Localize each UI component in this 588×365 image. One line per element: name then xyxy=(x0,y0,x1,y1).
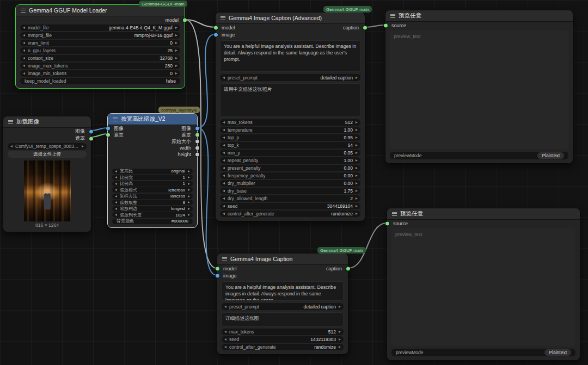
decrement-arrow-icon[interactable] xyxy=(223,159,225,162)
increment-arrow-icon[interactable] xyxy=(188,170,190,172)
io-row-height[interactable]: height xyxy=(108,151,197,158)
decrement-arrow-icon[interactable] xyxy=(23,57,25,59)
widget-present-penalty[interactable]: present_penalty 0.00 xyxy=(220,165,360,171)
io-row-image[interactable]: image xyxy=(216,31,365,38)
widget-vram-limit[interactable]: vram_limit 0 xyxy=(20,40,180,46)
output-socket-image[interactable] xyxy=(195,127,199,131)
increment-arrow-icon[interactable] xyxy=(356,182,358,184)
widget-scale-mode[interactable]: 缩放模式 letterbox xyxy=(112,187,193,193)
widget-seed[interactable]: seed 1432119303 xyxy=(222,336,344,343)
decrement-arrow-icon[interactable] xyxy=(115,214,117,216)
node-gemma4-image-caption-advanced[interactable]: Gemma4 Image Caption (Advanced) model ca… xyxy=(215,12,365,221)
widget-value[interactable]: Plaintext xyxy=(544,349,571,356)
decrement-arrow-icon[interactable] xyxy=(115,176,117,178)
output-model[interactable]: model xyxy=(16,16,185,23)
widget-image-min-tokens[interactable]: image_min_tokens 0 xyxy=(20,70,180,77)
increment-arrow-icon[interactable] xyxy=(188,208,190,210)
increment-arrow-icon[interactable] xyxy=(356,129,358,131)
output-mask[interactable]: 遮罩 xyxy=(3,135,91,142)
decrement-arrow-icon[interactable] xyxy=(223,137,225,139)
decrement-arrow-icon[interactable] xyxy=(23,42,25,44)
increment-arrow-icon[interactable] xyxy=(339,331,341,333)
output-image[interactable]: 图像 xyxy=(3,128,91,135)
increment-arrow-icon[interactable] xyxy=(175,57,177,59)
node-scale-by-aspect-ratio-v2[interactable]: 按宽高比缩放_V2 图像 图像 遮罩 遮罩 原始大小 width height xyxy=(107,113,198,228)
node-titlebar[interactable]: Gemma4 Image Caption xyxy=(217,253,348,265)
increment-arrow-icon[interactable] xyxy=(188,214,190,216)
input-source[interactable]: source xyxy=(387,220,580,227)
input-socket-model[interactable] xyxy=(214,26,218,29)
upload-file-button[interactable]: 选择文件上传 xyxy=(8,151,87,158)
decrement-arrow-icon[interactable] xyxy=(10,145,13,147)
widget-top-k[interactable]: top_k 64 xyxy=(220,142,360,149)
increment-arrow-icon[interactable] xyxy=(188,201,190,203)
decrement-arrow-icon[interactable] xyxy=(223,175,225,177)
decrement-arrow-icon[interactable] xyxy=(115,189,117,191)
decrement-arrow-icon[interactable] xyxy=(223,129,225,131)
output-socket-image[interactable] xyxy=(89,129,93,133)
widget-scale-to-length[interactable]: 缩放到长度 1024 xyxy=(112,212,193,218)
node-titlebar[interactable]: 预览任意 xyxy=(385,10,573,22)
preview-text-area[interactable]: preview_text xyxy=(391,228,575,346)
increment-arrow-icon[interactable] xyxy=(356,175,358,177)
node-menu-icon[interactable] xyxy=(222,257,227,261)
widget-min-p[interactable]: min_p 0.05 xyxy=(220,150,360,156)
widget-preset-prompt[interactable]: preset_prompt detailed caption xyxy=(220,74,360,81)
decrement-arrow-icon[interactable] xyxy=(223,213,225,215)
output-socket-height[interactable] xyxy=(195,153,199,157)
node-menu-icon[interactable] xyxy=(8,120,13,124)
decrement-arrow-icon[interactable] xyxy=(115,195,117,197)
input-socket-image[interactable] xyxy=(106,127,110,131)
increment-arrow-icon[interactable] xyxy=(356,137,358,139)
widget-mmproj-file[interactable]: mmproj_file mmproj-BF16.gguf xyxy=(20,32,180,39)
widget-ratio-width[interactable]: 比例宽 1 xyxy=(112,175,193,180)
system-prompt-textarea[interactable]: You are a helpful image analysis assista… xyxy=(222,281,344,301)
node-graph-canvas[interactable]: Gemma4-GGUF-main comfyui_layerstyle Gemm… xyxy=(0,0,588,365)
decrement-arrow-icon[interactable] xyxy=(223,144,225,146)
decrement-arrow-icon[interactable] xyxy=(223,190,225,192)
increment-arrow-icon[interactable] xyxy=(175,72,177,75)
decrement-arrow-icon[interactable] xyxy=(224,331,226,333)
widget-control-after-generate[interactable]: control_after_generate randomize xyxy=(222,344,344,350)
node-titlebar[interactable]: Gemma4 Image Caption (Advanced) xyxy=(216,13,365,24)
decrement-arrow-icon[interactable] xyxy=(23,27,25,29)
increment-arrow-icon[interactable] xyxy=(356,205,358,207)
output-socket-width[interactable] xyxy=(195,146,199,150)
image-preview[interactable] xyxy=(24,160,71,221)
widget-max-tokens[interactable]: max_tokens 512 xyxy=(220,119,360,126)
increment-arrow-icon[interactable] xyxy=(356,197,358,200)
node-menu-icon[interactable] xyxy=(392,212,397,216)
decrement-arrow-icon[interactable] xyxy=(224,306,226,308)
node-load-image[interactable]: 加载图像 图像 遮罩 ComfyUI_temp_opsps_00034_... … xyxy=(3,116,91,232)
widget-background-color[interactable]: 背景颜色 #000000 xyxy=(112,219,193,224)
io-row-width[interactable]: width xyxy=(108,145,197,151)
decrement-arrow-icon[interactable] xyxy=(224,346,226,348)
widget-dry-allowed-length[interactable]: dry_allowed_length 2 xyxy=(220,195,360,202)
decrement-arrow-icon[interactable] xyxy=(223,152,225,154)
decrement-arrow-icon[interactable] xyxy=(223,167,225,169)
output-socket-caption[interactable] xyxy=(363,26,367,29)
preview-text-area[interactable]: preview_text xyxy=(390,30,568,149)
increment-arrow-icon[interactable] xyxy=(356,77,358,79)
input-socket-model[interactable] xyxy=(216,267,219,270)
preview-mode-selector[interactable]: previewMode Plaintext xyxy=(390,152,568,159)
increment-arrow-icon[interactable] xyxy=(188,183,190,185)
decrement-arrow-icon[interactable] xyxy=(115,208,117,210)
decrement-arrow-icon[interactable] xyxy=(23,65,25,67)
increment-arrow-icon[interactable] xyxy=(175,42,177,44)
system-prompt-textarea[interactable]: You are a helpful image analysis assista… xyxy=(220,40,360,72)
decrement-arrow-icon[interactable] xyxy=(223,121,225,123)
io-row-image[interactable]: image xyxy=(217,272,348,279)
increment-arrow-icon[interactable] xyxy=(188,195,190,197)
increment-arrow-icon[interactable] xyxy=(356,144,358,146)
widget-context-size[interactable]: context_size 32768 xyxy=(20,55,180,61)
node-gemma4-gguf-model-loader[interactable]: Gemma4 GGUF Model Loader model model_fil… xyxy=(15,4,185,89)
increment-arrow-icon[interactable] xyxy=(356,213,358,215)
widget-scale-to-side[interactable]: 缩放到边 longest xyxy=(112,206,193,212)
widget-sample-method[interactable]: 采样方法 lanczos xyxy=(112,194,193,199)
input-socket-image[interactable] xyxy=(214,33,218,36)
widget-control-after-generate[interactable]: control_after_generate randomize xyxy=(220,211,360,217)
widget-repeat-penalty[interactable]: repeat_penalty 1.00 xyxy=(220,157,360,164)
node-menu-icon[interactable] xyxy=(21,9,26,13)
decrement-arrow-icon[interactable] xyxy=(223,205,225,207)
